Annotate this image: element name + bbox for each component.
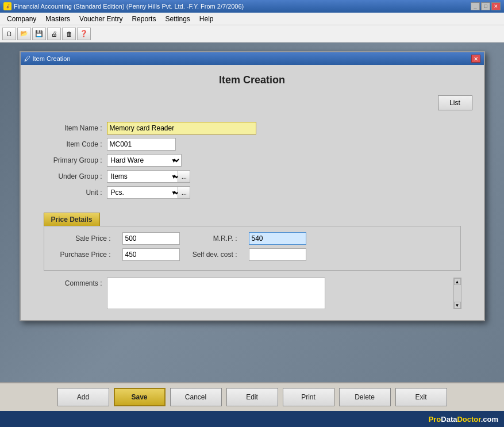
sale-price-label: Sale Price : xyxy=(53,234,111,243)
sale-price-mrp-row: Sale Price : M.R.P. : xyxy=(53,232,451,245)
menu-help[interactable]: Help xyxy=(195,14,218,24)
exit-button[interactable]: Exit xyxy=(395,388,447,406)
status-bar: ProDataDoctor.com xyxy=(0,411,504,427)
primary-group-select[interactable]: Hard Ware Software Accessories xyxy=(107,154,182,167)
app-title: Financial Accounting (Standard Edition) … xyxy=(14,3,244,10)
purchase-price-selfdev-row: Purchase Price : Self dev. cost : xyxy=(53,248,451,261)
print-button[interactable]: Print xyxy=(283,388,334,406)
item-code-label: Item Code : xyxy=(44,140,107,148)
comments-wrap: ▲ ▼ xyxy=(107,278,461,311)
toolbar-print[interactable]: 🖨 xyxy=(47,28,61,40)
under-group-row: Under Group : Items Sub Items ▼ ... xyxy=(44,170,461,183)
brand-part2: Data xyxy=(441,415,457,424)
main-area: 🖊 Item Creation ✕ Item Creation List Ite… xyxy=(0,43,504,411)
toolbar-save[interactable]: 💾 xyxy=(32,28,46,40)
item-code-row: Item Code : xyxy=(44,138,461,151)
primary-group-dropdown-wrap: Hard Ware Software Accessories ▼ xyxy=(107,154,177,167)
comments-label: Comments : xyxy=(44,278,107,287)
toolbar-new[interactable]: 🗋 xyxy=(2,28,16,40)
under-group-dropdown-wrap: Items Sub Items ▼ ... xyxy=(107,170,191,183)
self-dev-cost-label: Self dev. cost : xyxy=(191,251,237,259)
toolbar-delete[interactable]: 🗑 xyxy=(62,28,76,40)
scroll-down-btn[interactable]: ▼ xyxy=(454,302,461,309)
close-btn[interactable]: ✕ xyxy=(491,2,501,10)
form-area: Item Name : Item Code : Primary Group : … xyxy=(32,117,472,207)
unit-row: Unit : Pcs. Nos. Kg. Ltr. ▼ ... xyxy=(44,186,461,199)
add-button[interactable]: Add xyxy=(57,388,109,406)
button-bar: Add Save Cancel Edit Print Delete Exit xyxy=(0,382,504,411)
price-details-container: Price Details Sale Price : M.R.P. : Purc… xyxy=(32,213,472,271)
menu-settings[interactable]: Settings xyxy=(160,14,194,24)
toolbar-open[interactable]: 📂 xyxy=(17,28,31,40)
menu-voucher-entry[interactable]: Voucher Entry xyxy=(75,14,127,24)
window-controls: _ □ ✕ xyxy=(471,2,501,10)
brand-text: ProDataDoctor.com xyxy=(429,415,498,424)
save-button[interactable]: Save xyxy=(114,388,166,406)
self-dev-cost-input[interactable] xyxy=(249,248,306,261)
unit-dropdown-wrap: Pcs. Nos. Kg. Ltr. ▼ ... xyxy=(107,186,191,199)
under-group-select[interactable]: Items Sub Items xyxy=(107,170,182,183)
comments-row: Comments : ▲ ▼ xyxy=(32,275,472,311)
dialog-title-bar: 🖊 Item Creation ✕ xyxy=(21,52,484,65)
dialog-heading: Item Creation xyxy=(32,74,472,86)
item-name-row: Item Name : xyxy=(44,122,461,134)
minimize-btn[interactable]: _ xyxy=(471,2,480,10)
cancel-button[interactable]: Cancel xyxy=(170,388,222,406)
scroll-up-btn[interactable]: ▲ xyxy=(454,278,461,285)
brand-part1: Pro xyxy=(429,415,441,424)
unit-select[interactable]: Pcs. Nos. Kg. Ltr. xyxy=(107,186,182,199)
price-details-tab[interactable]: Price Details xyxy=(44,213,100,226)
brand-part3: Doctor xyxy=(457,415,480,424)
delete-button[interactable]: Delete xyxy=(339,388,391,406)
mrp-label: M.R.P. : xyxy=(191,234,237,243)
menu-bar: Company Masters Voucher Entry Reports Se… xyxy=(0,13,504,25)
under-group-ellipsis-button[interactable]: ... xyxy=(178,170,190,183)
menu-masters[interactable]: Masters xyxy=(41,14,75,24)
toolbar: 🗋 📂 💾 🖨 🗑 ❓ xyxy=(0,25,504,43)
purchase-price-label: Purchase Price : xyxy=(53,251,111,259)
app-icon: 💰 xyxy=(3,2,11,10)
primary-group-row: Primary Group : Hard Ware Software Acces… xyxy=(44,154,461,167)
edit-button[interactable]: Edit xyxy=(226,388,278,406)
list-button[interactable]: List xyxy=(438,95,472,110)
mrp-input[interactable] xyxy=(249,232,306,245)
toolbar-help[interactable]: ❓ xyxy=(77,28,91,40)
dialog-body: Item Creation List Item Name : Item Code… xyxy=(21,65,484,320)
sale-price-input[interactable] xyxy=(122,232,180,245)
unit-label: Unit : xyxy=(44,189,107,197)
item-name-input[interactable] xyxy=(107,122,256,134)
item-creation-dialog: 🖊 Item Creation ✕ Item Creation List Ite… xyxy=(20,51,485,321)
brand-domain: .com xyxy=(481,415,498,424)
comments-textarea[interactable] xyxy=(107,278,325,309)
under-group-label: Under Group : xyxy=(44,172,107,180)
comments-scrollbar[interactable]: ▲ ▼ xyxy=(453,278,461,309)
purchase-price-input[interactable] xyxy=(122,248,180,261)
dialog-icon: 🖊 xyxy=(24,55,30,62)
menu-reports[interactable]: Reports xyxy=(127,14,160,24)
primary-group-label: Primary Group : xyxy=(44,156,107,164)
item-name-label: Item Name : xyxy=(44,124,107,132)
unit-ellipsis-button[interactable]: ... xyxy=(178,186,190,199)
title-bar: 💰 Financial Accounting (Standard Edition… xyxy=(0,0,504,13)
dialog-close-button[interactable]: ✕ xyxy=(471,55,480,63)
price-details-section: Sale Price : M.R.P. : Purchase Price : S… xyxy=(44,226,461,271)
menu-company[interactable]: Company xyxy=(2,14,41,24)
dialog-title: Item Creation xyxy=(33,55,71,62)
maximize-btn[interactable]: □ xyxy=(481,2,490,10)
item-code-input[interactable] xyxy=(107,138,176,151)
